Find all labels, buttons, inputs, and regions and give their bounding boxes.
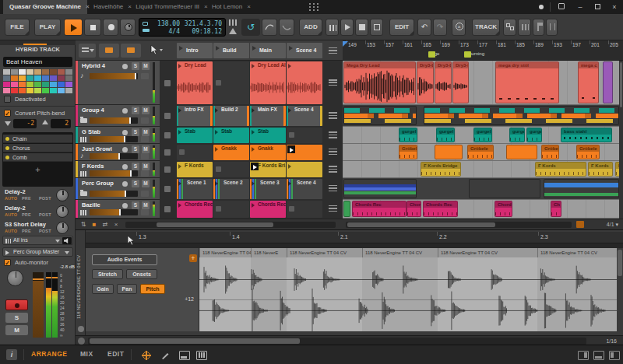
add-menu-button[interactable]: ADD [299,19,322,36]
display-profile-icon[interactable] [556,2,567,12]
palette-swatch-24[interactable] [50,82,57,87]
time-signature-value[interactable]: 4/4 [152,29,180,35]
time-value[interactable]: 09:18.12 [181,29,222,35]
mute-button[interactable]: M [142,180,150,187]
audio-event-editor[interactable]: 118 NeverEngine TT 04 CV118 NeverE118 Ne… [199,248,617,331]
send-mode-post[interactable]: POST [39,196,51,201]
palette-swatch-9[interactable] [3,75,10,81]
monitor-speaker-button[interactable] [62,237,72,244]
arranger-row-f-kords[interactable]: F Kords BridgeF KordsF KordsF [343,161,623,178]
scene-play-icon[interactable] [216,46,220,51]
slider-meter-icon[interactable] [141,191,149,197]
palette-swatch-35[interactable] [65,88,72,93]
track-stop-button[interactable] [164,113,171,119]
solo-button[interactable]: S [132,145,139,153]
send-mode-post[interactable]: POST [39,212,51,217]
cue-marker-returning[interactable]: Returning [464,51,484,59]
scene-header-1[interactable]: Intro [177,43,213,58]
palette-swatch-19[interactable] [11,82,18,87]
clip-play-icon[interactable] [288,108,291,113]
clip-play-icon[interactable] [252,203,255,208]
track-stop-button[interactable] [164,149,171,156]
solo-button[interactable]: S [132,163,139,170]
clip-main-fx[interactable]: Main FX [250,106,286,126]
info-icon[interactable]: i [6,349,17,360]
palette-swatch-14[interactable] [42,75,49,81]
arranger-clip-chords-rec[interactable]: Chords Rec [352,201,407,217]
track-stop-button[interactable] [164,132,171,138]
pitchbend-max-value[interactable]: 2 [51,119,71,128]
palette-swatch-28[interactable] [11,88,18,93]
slider-meter-icon[interactable] [141,73,149,79]
mute-button[interactable]: M [142,128,150,136]
add-expression-button[interactable]: + [189,254,197,262]
tempo-value[interactable]: 138.00 [152,21,180,27]
track-flag-icon[interactable] [533,19,544,36]
record-arm-icon[interactable] [122,130,128,135]
toggle-mixer-panel-icon[interactable] [609,351,620,360]
group-mini-clips[interactable] [343,106,417,125]
clip-unnamed[interactable] [287,145,322,160]
clip-scene-3[interactable]: Scene 3 [250,179,286,199]
arranger-clip-mega-dry-st-l[interactable]: mega dry stöl [495,61,559,103]
mute-button[interactable]: M [5,325,28,335]
palette-swatch-33[interactable] [50,88,57,93]
project-tab-0[interactable]: Quasar Groove Machine× [3,0,87,14]
pitch-expression-button[interactable]: Pitch [140,284,165,294]
palette-swatch-25[interactable] [58,82,65,87]
clip-play-icon[interactable] [178,130,181,135]
arranger-clip-gurgel[interactable]: gurgel [509,128,525,142]
view-button-arrange[interactable]: ARRANGE [31,350,67,358]
arranger-row-bazille[interactable]: Chords RecChordsChords RecChordsCh [343,200,623,219]
close-button[interactable]: × [609,2,620,12]
layer-item-chorus[interactable]: Chorus [3,144,72,152]
stop-button[interactable] [84,19,101,36]
clip-f-kords-bri-[interactable]: F Kords Bri... [250,162,286,177]
arranger-row-perc-group[interactable] [343,178,623,200]
mute-button[interactable]: M [142,201,150,209]
scene-header-4[interactable]: Scene 4 [287,43,322,58]
clip-stab[interactable]: Stab [213,128,249,143]
add-group-track-icon[interactable] [370,19,383,36]
clear-icon[interactable]: × [111,220,121,229]
play-button[interactable] [64,19,83,36]
onsets-button[interactable]: Onsets [126,269,157,279]
volume-slider[interactable] [90,73,138,79]
arranger-horizontal-scrollbar[interactable] [346,222,572,228]
audio-events-button[interactable]: Audio Events [92,254,157,265]
record-arm-icon[interactable] [122,203,128,208]
palette-swatch-23[interactable] [42,82,49,87]
launcher-horizontal-scrollbar[interactable] [125,222,336,228]
track-stop-button[interactable] [164,206,171,212]
project-tab-1[interactable]: Havelhöhe× [87,0,129,14]
tab-close-icon[interactable]: × [247,0,251,14]
arranger-clip-gurgel[interactable]: gurgel [526,128,542,142]
scene-play-icon[interactable] [252,46,256,51]
project-tab-3[interactable]: Hot Lemon× [206,0,248,14]
arranger-vertical-scrollbar[interactable] [619,61,623,219]
clip-play-icon[interactable] [178,164,181,169]
record-arm-icon[interactable] [122,181,128,187]
audio-event-header[interactable]: 118 NeverEngine TT 04 CV [362,248,438,257]
pitchbend-min-value[interactable]: -2 [13,119,37,128]
convert-pitchbend-checkbox[interactable]: ✓ [4,110,11,117]
clip-play-icon[interactable] [215,130,218,135]
group-mini-clips[interactable] [469,179,540,198]
track-stop-button[interactable] [164,166,171,173]
send-mode-auto[interactable]: AUTO [5,229,17,233]
slider-meter-icon[interactable] [141,153,149,159]
palette-swatch-7[interactable] [58,69,65,75]
record-arm-button[interactable] [5,299,28,310]
delete-icon[interactable]: × [452,19,466,36]
solo-button[interactable]: S [132,62,139,70]
arranger-clip-bass-stahl[interactable]: bass stahl [561,128,612,142]
solo-button[interactable]: S [132,180,139,187]
send-knob[interactable] [56,189,69,201]
clip-unnamed[interactable] [287,61,322,104]
row-stop-all-button[interactable] [329,205,337,212]
arranger-row-just-growl[interactable]: GröbeleGröbeleGröbeleGröbele [343,144,623,161]
palette-swatch-31[interactable] [34,88,41,93]
palette-swatch-22[interactable] [34,82,41,87]
arranger-clip-dry3-b[interactable]: Dry3-b [417,61,434,103]
arranger-row-hybrid-4[interactable]: Mega Dry LeadDry3-bDry3-bDry3-bmega dry … [343,61,623,105]
